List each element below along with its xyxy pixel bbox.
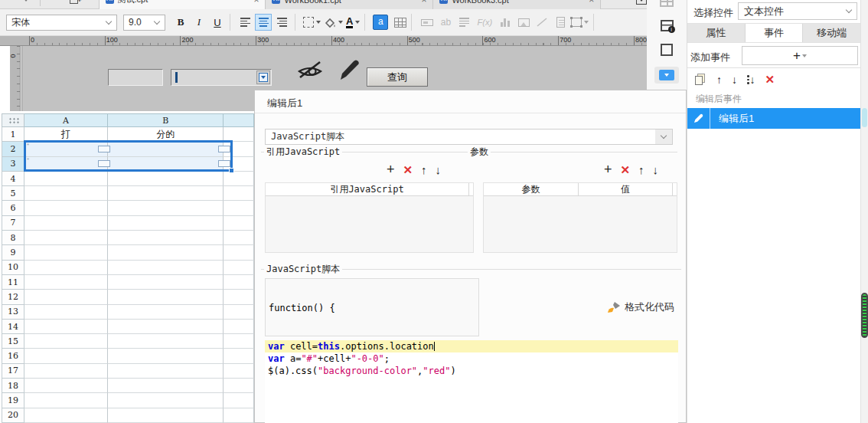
tab-list-icon[interactable]	[636, 0, 647, 5]
new-template-icon[interactable]: +	[70, 0, 82, 5]
selection-resize-handle[interactable]	[229, 168, 234, 173]
scrollbar-thumb[interactable]	[861, 293, 868, 338]
tab-document-2[interactable]: FR WorkBook1.cpt * ×	[266, 0, 433, 9]
move-down-icon[interactable]: ↓	[732, 74, 737, 86]
sheet-cell[interactable]	[108, 261, 224, 275]
tab-document-3[interactable]: FR WorkBook3.cpt ×	[433, 0, 601, 9]
row-header[interactable]: 7	[2, 216, 24, 231]
tab-events[interactable]: 事件	[746, 24, 804, 42]
edit-pencil-icon[interactable]	[687, 108, 710, 129]
sheet-cell[interactable]	[24, 216, 108, 231]
sheet-cell[interactable]	[24, 364, 108, 379]
sheet-cell[interactable]	[224, 216, 254, 231]
sheet-cell[interactable]	[108, 379, 224, 393]
sheet-cell[interactable]	[24, 320, 108, 334]
sheet-cell[interactable]	[24, 201, 108, 215]
sheet-cell[interactable]	[24, 261, 108, 275]
sheet-cell[interactable]	[24, 393, 108, 408]
sheet-cell[interactable]	[108, 216, 224, 231]
sheet-cell[interactable]	[224, 127, 254, 142]
sheet-cell[interactable]	[224, 349, 254, 363]
align-center-button[interactable]	[255, 14, 272, 31]
sheet-cell[interactable]	[24, 231, 108, 245]
sheet-cell[interactable]	[108, 334, 224, 349]
sheet-cell[interactable]	[108, 290, 224, 304]
sheet-cell[interactable]	[224, 305, 254, 320]
sheet-cell[interactable]	[24, 157, 108, 172]
font-color-button[interactable]: A	[346, 14, 360, 31]
row-header[interactable]: 13	[2, 305, 24, 320]
param-column-header[interactable]: 参数	[484, 183, 579, 195]
text-widget-button[interactable]: a	[373, 15, 388, 30]
sheet-cell[interactable]	[224, 290, 254, 304]
move-down-icon[interactable]: ↓	[436, 164, 442, 175]
column-header[interactable]	[224, 113, 254, 127]
sheet-cell[interactable]	[24, 186, 108, 201]
close-icon[interactable]: ×	[589, 0, 594, 5]
column-header[interactable]: A	[24, 113, 108, 127]
sheet-cell[interactable]	[224, 364, 254, 379]
move-up-icon[interactable]: ↑	[638, 164, 644, 175]
row-header[interactable]: 17	[2, 364, 24, 379]
row-header[interactable]: 6	[2, 201, 24, 215]
sheet-cell[interactable]	[108, 393, 224, 408]
row-header[interactable]: 18	[2, 379, 24, 393]
sheet-cell[interactable]	[24, 172, 108, 186]
ref-js-table[interactable]: 引用JavaScript	[265, 182, 474, 253]
text-widget-icon[interactable]	[98, 160, 110, 167]
pencil-icon[interactable]	[338, 58, 361, 86]
sheet-cell[interactable]	[224, 201, 254, 215]
sheet-cell[interactable]	[24, 245, 108, 260]
row-header[interactable]: 1	[2, 127, 24, 142]
form-text-input-1[interactable]	[108, 69, 163, 86]
sheet-cell[interactable]	[108, 349, 224, 363]
row-header[interactable]: 8	[2, 231, 24, 245]
delete-icon[interactable]: ✕	[621, 164, 631, 175]
font-size-select[interactable]: 9.0	[123, 15, 165, 31]
font-family-select[interactable]: 宋体	[6, 15, 117, 31]
row-header[interactable]: 19	[2, 393, 24, 408]
move-down-icon[interactable]: ↓	[653, 164, 659, 175]
sheet-cell[interactable]: 打	[24, 127, 108, 142]
table-icon[interactable]	[394, 18, 406, 28]
delete-icon[interactable]: ✕	[765, 73, 775, 87]
sheet-cell[interactable]	[24, 349, 108, 363]
form-combo-input[interactable]	[171, 69, 272, 86]
sheet-cell[interactable]	[224, 393, 254, 408]
sheet-cell[interactable]	[108, 186, 224, 201]
close-icon[interactable]: ×	[253, 0, 259, 5]
query-button[interactable]: 查询	[367, 67, 428, 87]
value-column-header[interactable]: 值	[579, 183, 673, 195]
frame-icon[interactable]	[647, 44, 687, 56]
widget-type-select[interactable]: 文本控件	[738, 2, 857, 20]
sheet-cell[interactable]	[108, 201, 224, 215]
row-header[interactable]: 15	[2, 334, 24, 349]
sheet-cell[interactable]	[24, 142, 108, 156]
hidden-eye-icon[interactable]	[296, 60, 324, 84]
sheet-cell[interactable]: 分的	[108, 127, 224, 142]
sheet-cell[interactable]	[24, 379, 108, 393]
select-all-corner[interactable]	[2, 113, 24, 127]
combo-dropdown-button[interactable]	[256, 70, 270, 84]
code-line[interactable]: var cell=this.options.location	[265, 340, 678, 352]
sheet-cell[interactable]	[224, 334, 254, 349]
row-header[interactable]: 20	[2, 408, 24, 423]
code-line[interactable]: var a="#"+cell+"-0-0";	[265, 352, 678, 365]
text-widget-icon[interactable]	[218, 160, 230, 167]
sheet-cell[interactable]	[224, 275, 254, 290]
widget-dropdown-icon[interactable]	[647, 67, 687, 84]
toolbar-overflow-chevron-icon[interactable]	[23, 0, 29, 2]
close-icon[interactable]: ×	[421, 0, 426, 5]
sheet-cell[interactable]	[24, 290, 108, 304]
sheet-cell[interactable]	[24, 275, 108, 290]
move-up-icon[interactable]: ↑	[716, 74, 722, 86]
add-icon[interactable]: +	[387, 164, 395, 175]
code-line[interactable]: $(a).css("background-color","red")	[265, 365, 678, 377]
sheet-cell[interactable]	[108, 231, 224, 245]
param-table[interactable]: 参数 值	[483, 182, 677, 253]
move-up-icon[interactable]: ↑	[421, 164, 427, 175]
row-header[interactable]: 10	[2, 261, 24, 275]
sheet-cell[interactable]	[108, 275, 224, 290]
sheet-cell[interactable]	[108, 157, 224, 172]
row-header[interactable]: 12	[2, 290, 24, 304]
